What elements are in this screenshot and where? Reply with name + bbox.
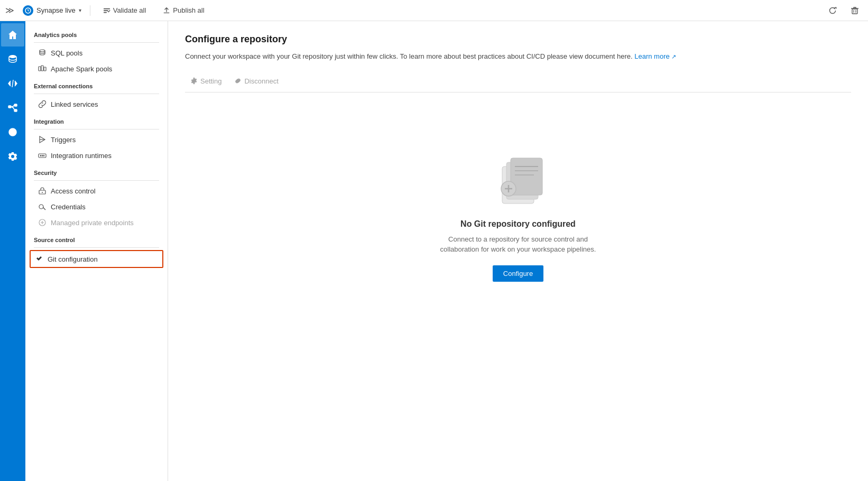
git-icon [35,255,43,263]
topbar-right [825,3,863,18]
svg-rect-4 [852,9,857,14]
integration-divider [34,129,159,130]
publish-icon [163,7,170,14]
credentials-icon [38,202,47,211]
empty-state-title: No Git repository configured [460,219,576,229]
linked-services-label: Linked services [51,100,98,108]
database-icon [38,49,47,57]
triggers-label: Triggers [51,136,76,144]
workspace-logo [23,5,33,16]
source-control-divider [34,247,159,248]
rail-home-icon[interactable] [1,23,24,47]
svg-rect-18 [42,155,43,156]
configure-button[interactable]: Configure [493,265,543,282]
validate-icon [103,7,110,14]
managed-private-endpoints-label: Managed private endpoints [51,219,134,227]
delete-button[interactable] [847,3,863,18]
sidebar-item-apache-spark-pools[interactable]: Apache Spark pools [25,61,168,77]
sidebar-item-credentials[interactable]: Credentials [25,199,168,215]
credentials-label: Credentials [51,203,86,211]
sidebar-item-linked-services[interactable]: Linked services [25,96,168,112]
empty-state-description: Connect to a repository for source contr… [433,234,603,255]
refresh-button[interactable] [825,3,841,18]
page-title: Configure a repository [185,34,851,45]
svg-point-5 [9,55,16,58]
empty-state-illustration [486,156,550,209]
security-header: Security [25,163,168,178]
rail-integrate-icon[interactable] [1,96,24,119]
workspace-name: Synapse live [36,6,76,14]
svg-point-21 [42,192,43,193]
trigger-icon [38,135,47,144]
analytics-pools-divider [34,42,159,43]
integration-header: Integration [25,112,168,127]
empty-state: No Git repository configured Connect to … [185,135,851,303]
main-layout: Analytics pools SQL pools Apache Spark p… [0,21,868,481]
access-icon [38,187,47,195]
rail-data-icon[interactable] [1,48,24,71]
publish-all-button[interactable]: Publish all [159,4,208,16]
analytics-pools-header: Analytics pools [25,25,168,40]
svg-rect-11 [39,67,41,71]
svg-rect-1 [104,8,110,9]
page-subtitle: Connect your workspace with your Git rep… [185,51,851,62]
access-control-label: Access control [51,187,96,195]
sidebar-item-sql-pools[interactable]: SQL pools [25,45,168,61]
toolbar-row: Setting Disconnect [185,70,851,92]
learn-more-link[interactable]: Learn more [634,52,676,60]
main-content: Configure a repository Connect your work… [168,21,868,481]
setting-button: Setting [185,75,227,88]
topbar-divider-1 [90,5,90,16]
git-configuration-label: Git configuration [48,255,98,263]
rail-monitor-icon[interactable] [1,121,24,144]
svg-point-10 [40,50,45,52]
runtime-icon [38,151,47,160]
disconnect-label: Disconnect [244,77,278,85]
disconnect-button: Disconnect [229,75,283,88]
expand-icon[interactable]: ≫ [5,5,14,15]
svg-rect-7 [14,104,17,106]
setting-label: Setting [200,77,221,85]
topbar: ≫ Synapse live ▾ Validate all Publish al… [0,0,868,21]
svg-rect-2 [104,10,108,11]
workspace-selector[interactable]: Synapse live ▾ [23,5,81,16]
disconnect-icon [234,77,242,85]
svg-rect-13 [44,67,46,71]
sidebar-item-git-configuration[interactable]: Git configuration [30,250,163,268]
security-divider [34,180,159,181]
trash-icon [851,6,859,15]
svg-rect-8 [14,109,17,112]
integration-runtimes-label: Integration runtimes [51,152,112,160]
workspace-dropdown-icon: ▾ [79,7,81,13]
svg-rect-12 [41,66,43,71]
svg-rect-19 [43,155,44,156]
sidebar-item-access-control[interactable]: Access control [25,183,168,199]
sql-pools-label: SQL pools [51,49,82,57]
sidebar-item-managed-private-endpoints[interactable]: Managed private endpoints [25,215,168,230]
svg-rect-6 [8,106,11,108]
svg-rect-3 [104,12,107,13]
endpoint-icon [38,218,47,227]
external-connections-header: External connections [25,77,168,91]
rail-manage-icon[interactable] [1,145,24,168]
spark-icon [38,64,47,73]
apache-spark-pools-label: Apache Spark pools [51,65,112,73]
setting-icon [190,77,198,85]
validate-all-button[interactable]: Validate all [99,4,151,16]
link-icon [38,100,47,108]
side-panel: Analytics pools SQL pools Apache Spark p… [25,21,168,481]
svg-point-22 [39,205,43,209]
source-control-header: Source control [25,230,168,245]
svg-rect-17 [40,155,41,156]
rail-develop-icon[interactable] [1,72,24,95]
sidebar-item-triggers[interactable]: Triggers [25,132,168,147]
external-connections-divider [34,94,159,94]
icon-rail [0,21,25,481]
sidebar-item-integration-runtimes[interactable]: Integration runtimes [25,147,168,163]
